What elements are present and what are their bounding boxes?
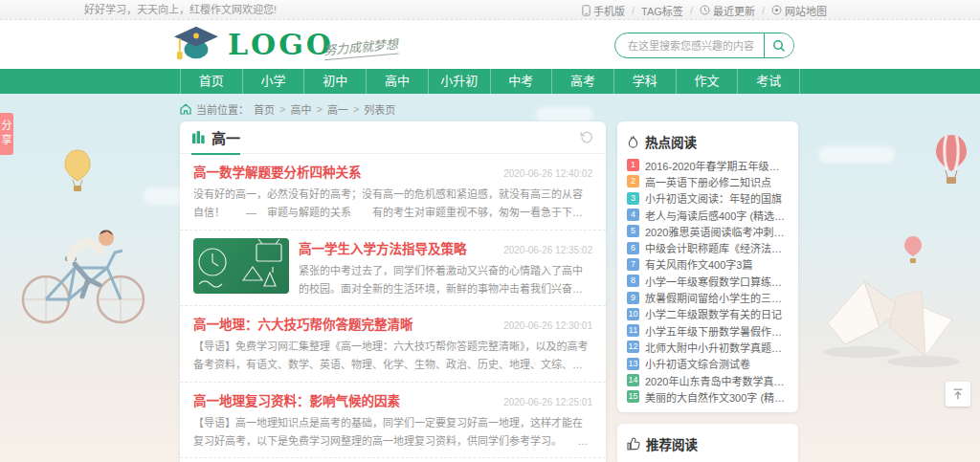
site-logo[interactable]: LOGO (170, 24, 334, 64)
article-excerpt: 【导语】免费学习网汇集整理《高一地理：六大技巧帮你答题完整清晰》，以及的高考备考… (193, 338, 592, 375)
recent-updates-link[interactable]: 最近更新 (700, 3, 755, 18)
breadcrumb-separator: > (353, 103, 359, 115)
tag-link[interactable]: TAG标签 (641, 3, 683, 18)
hot-item-text: 小学二年级跟数学有关的日记 (645, 306, 789, 321)
nav-item-primary[interactable]: 小学 (242, 69, 304, 94)
article-item: 高一数学解题要分析四种关系 2020-06-26 12:40:02 没有好的高一… (180, 154, 606, 231)
hot-item[interactable]: 15美丽的大自然作文300字 (精选3篇) (627, 388, 789, 405)
cloud-decoration (536, 107, 593, 121)
hot-item-text: 2016-2020年春学期五年级语文下期末模拟 (645, 158, 789, 173)
hot-item[interactable]: 7有关风雨作文400字3篇 (627, 256, 789, 273)
search-button[interactable] (764, 33, 793, 57)
article-item: 高一地理资料：三圈环流与气压带、风带的形成 2020-06-26 12:20:0… (180, 458, 606, 462)
article-date: 2020-06-26 12:30:01 (503, 320, 592, 331)
arrow-to-top-icon (951, 387, 965, 401)
page-body: 当前位置： 首页 > 高中 > 高一 > 列表页 分享 高一 (0, 94, 980, 462)
nav-item-zhongkao[interactable]: 中考 (490, 69, 552, 94)
hot-item[interactable]: 2高一英语下册必修二知识点 (627, 173, 789, 189)
breadcrumb-home[interactable]: 首页 (254, 101, 275, 117)
nav-item-xiaoshengchu[interactable]: 小升初 (428, 69, 490, 94)
rank-badge: 7 (627, 258, 639, 271)
hot-item[interactable]: 142020年山东青岛中考数学真题 (已公布) (627, 372, 789, 388)
hot-item[interactable]: 12北师大附中小升初数学真题汇编 (627, 339, 789, 355)
hot-item-text: 小升初语文阅读：年轻的国旗 (645, 190, 789, 206)
article-item: 高一地理复习资料：影响气候的因素 2020-06-26 12:25:01 【导语… (180, 383, 606, 459)
rank-badge: 6 (627, 242, 639, 254)
hot-item[interactable]: 9放暑假期间留给小学生的三年级英语作文范文 (627, 289, 789, 305)
nav-item-home[interactable]: 首页 (180, 69, 242, 94)
rank-badge: 9 (627, 292, 639, 304)
paper-cranes-illustration (809, 264, 967, 374)
hot-reading-title: 热点阅读 (645, 132, 697, 151)
nav-item-zuowen[interactable]: 作文 (676, 69, 738, 94)
article-thumbnail[interactable] (193, 238, 289, 294)
hot-air-balloon-icon (934, 134, 969, 186)
hot-item[interactable]: 52020雅思英语阅读临考冲刺试题附答案 (627, 223, 789, 239)
sitemap-icon (771, 5, 782, 15)
graduation-cap-icon (170, 24, 220, 64)
refresh-icon (578, 130, 594, 144)
top-link-label: TAG标签 (641, 3, 683, 18)
section-title-wrap: 高一 (191, 121, 240, 154)
hot-item-text: 美丽的大自然作文300字 (精选3篇) (645, 389, 789, 405)
article-list-card: 高一 高一数学解题要分析四种关系 2020-06-26 12:40:02 没有好… (180, 121, 606, 462)
search-input[interactable] (615, 33, 764, 57)
article-title-link[interactable]: 高一地理复习资料：影响气候的因素 (193, 390, 400, 409)
sitemap-link[interactable]: 网站地图 (771, 3, 827, 18)
top-link-label: 网站地图 (785, 3, 827, 18)
rank-badge: 8 (627, 275, 639, 287)
article-title-link[interactable]: 高一学生入学方法指导及策略 (299, 238, 467, 257)
breadcrumb-senior[interactable]: 高中 (290, 101, 311, 117)
hot-item[interactable]: 4老人与海读后感400字 (精选3篇) (627, 207, 789, 223)
article-item: 高一学生入学方法指导及策略 2020-06-26 12:35:02 紧张的中考过… (180, 231, 606, 307)
article-title-link[interactable]: 高一地理：六大技巧帮你答题完整清晰 (193, 314, 413, 333)
logo-text: LOGO (228, 28, 334, 61)
rank-badge: 11 (627, 324, 639, 337)
article-excerpt: 【导语】高一地理知识点是高考的基础，同学们一定要复习好高一地理，这样才能在复习好… (193, 414, 592, 451)
nav-item-exam[interactable]: 考试 (737, 69, 800, 94)
share-button[interactable]: 分享 (0, 113, 13, 155)
top-link-label: 手机版 (593, 3, 625, 18)
hot-item-text: 中级会计职称题库《经济法》检测题 (645, 240, 789, 255)
rank-badge: 4 (627, 209, 639, 221)
thumb-up-icon (627, 437, 640, 451)
nav-item-subjects[interactable]: 学科 (613, 69, 676, 94)
hot-item[interactable]: 10小学二年级跟数学有关的日记 (627, 306, 789, 322)
hot-reading-list: 12016-2020年春学期五年级语文下期末模拟 2高一英语下册必修二知识点 3… (627, 157, 789, 405)
welcome-text: 好好学习，天天向上，红樱作文网欢迎您! (84, 0, 277, 20)
article-title-link[interactable]: 高一数学解题要分析四种关系 (193, 162, 362, 181)
top-separator: / (762, 5, 765, 16)
site-header: LOGO 努力成就梦想 (0, 20, 980, 69)
nav-items: 首页 小学 初中 高中 小升初 中考 高考 学科 作文 考试 (180, 69, 800, 94)
hot-air-balloon-icon (903, 235, 923, 264)
hot-item[interactable]: 12016-2020年春学期五年级语文下期末模拟 (627, 157, 789, 173)
top-utility-bar: 好好学习，天天向上，红樱作文网欢迎您! 手机版 / TAG标签 / 最近更新 /… (0, 0, 980, 20)
refresh-button[interactable] (578, 130, 594, 144)
nav-item-junior[interactable]: 初中 (303, 69, 366, 94)
hot-item[interactable]: 11小学五年级下册数学暑假作业答案【20-61 (627, 322, 789, 339)
hot-reading-card: 热点阅读 12016-2020年春学期五年级语文下期末模拟 2高一英语下册必修二… (617, 121, 798, 412)
hot-item[interactable]: 8小学一年级寒假数学口算练习题三篇 (627, 273, 789, 289)
article-date: 2020-06-26 12:35:02 (503, 245, 592, 255)
hot-item-text: 小升初语文综合测试卷 (645, 356, 789, 371)
breadcrumb-grade1[interactable]: 高一 (327, 101, 348, 117)
hot-item-text: 2020雅思英语阅读临考冲刺试题附答案 (645, 224, 789, 239)
rank-badge: 14 (627, 374, 639, 386)
top-separator: / (632, 5, 635, 16)
hot-item-text: 老人与海读后感400字 (精选3篇) (645, 208, 789, 223)
breadcrumb-separator: > (279, 103, 285, 115)
rank-badge: 13 (627, 358, 639, 370)
nav-item-senior[interactable]: 高中 (366, 69, 428, 94)
mobile-version-link[interactable]: 手机版 (582, 3, 625, 18)
back-to-top-button[interactable] (946, 382, 970, 407)
recommend-reading-card: 推荐阅读 1最欣赏的人作文400字 (精选3篇) 2关于感恩的中考满分作文600… (617, 424, 798, 462)
rank-badge: 10 (627, 308, 639, 320)
hot-item[interactable]: 3小升初语文阅读：年轻的国旗 (627, 190, 789, 207)
hot-item[interactable]: 13小升初语文综合测试卷 (627, 356, 789, 372)
nav-item-gaokao[interactable]: 高考 (551, 69, 613, 94)
recommend-reading-header: 推荐阅读 (627, 432, 789, 459)
main-nav: 首页 小学 初中 高中 小升初 中考 高考 学科 作文 考试 (0, 69, 980, 94)
hot-item[interactable]: 6中级会计职称题库《经济法》检测题 (627, 239, 789, 255)
breadcrumb-current: 列表页 (364, 101, 395, 117)
cloud-decoration (818, 146, 895, 164)
